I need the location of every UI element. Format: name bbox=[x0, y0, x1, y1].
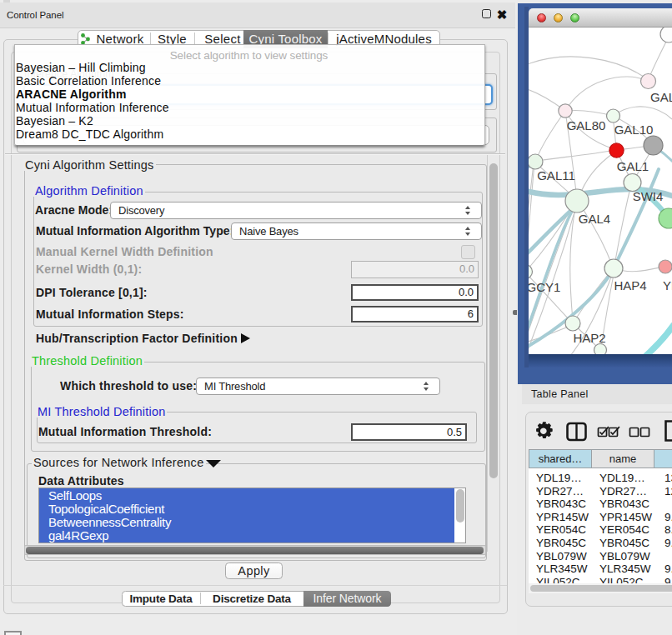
svg-text:HAP4: HAP4 bbox=[614, 278, 646, 292]
svg-text:GAL80: GAL80 bbox=[567, 118, 606, 132]
svg-text:SWI4: SWI4 bbox=[633, 189, 664, 203]
svg-text:GAL11: GAL11 bbox=[537, 168, 575, 182]
svg-text:GAL7: GAL7 bbox=[650, 90, 672, 104]
svg-text:GAL4: GAL4 bbox=[579, 212, 610, 226]
svg-text:HAP2: HAP2 bbox=[573, 331, 605, 345]
svg-text:YB: YB bbox=[663, 278, 672, 292]
svg-text:GCY1: GCY1 bbox=[529, 280, 560, 294]
svg-text:GAL1: GAL1 bbox=[617, 159, 649, 173]
svg-text:GAL10: GAL10 bbox=[614, 122, 654, 137]
